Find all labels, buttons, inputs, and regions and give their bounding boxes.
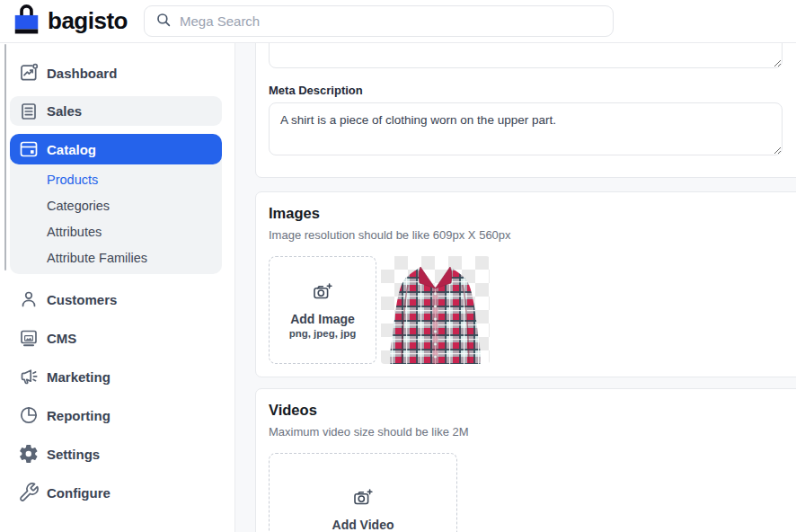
camera-plus-icon [312, 281, 333, 306]
sidebar-item-customers[interactable]: Customers [10, 285, 222, 314]
reporting-icon [18, 404, 40, 426]
sidebar-item-dashboard[interactable]: Dashboard [10, 58, 222, 87]
cms-icon [18, 327, 40, 349]
sidebar-item-label: Marketing [47, 369, 111, 385]
product-image-thumbnail[interactable] [381, 256, 490, 364]
shopping-bag-logo-icon [13, 3, 40, 40]
sidebar-item-label: Reporting [47, 408, 111, 423]
brand-name: bagisto [48, 7, 128, 35]
mega-search[interactable] [144, 5, 614, 37]
submenu-item-label: Attributes [47, 225, 102, 239]
sidebar-item-label: Configure [47, 485, 111, 501]
plaid-shirt-image [381, 256, 490, 364]
sales-icon [18, 101, 40, 122]
search-input[interactable] [180, 13, 602, 29]
sidebar-item-catalog[interactable]: Catalog [10, 134, 222, 164]
add-video-button[interactable]: Add Video mp4, webm, mkv [269, 453, 457, 532]
catalog-icon [18, 138, 40, 160]
sidebar-item-label: Dashboard [47, 66, 117, 81]
images-section-hint: Image resolution should be like 609px X … [269, 228, 796, 242]
sidebar-item-cms[interactable]: CMS [10, 324, 222, 352]
sidebar-item-label: Settings [47, 447, 100, 462]
sidebar-item-label: Catalog [47, 142, 96, 157]
add-image-formats: png, jpeg, jpg [289, 328, 357, 339]
sidebar-item-sales[interactable]: Sales [10, 96, 222, 126]
sidebar-item-attributes[interactable]: Attributes [10, 218, 222, 244]
camera-plus-icon [352, 487, 374, 512]
dashboard-icon [18, 62, 40, 84]
sidebar-item-products[interactable]: Products [10, 166, 222, 192]
submenu-item-label: Categories [47, 199, 110, 213]
videos-card: Videos Maximum video size should be like… [255, 388, 796, 532]
images-section-title: Images [269, 205, 796, 222]
sidebar-scrollbar[interactable] [4, 44, 6, 270]
add-image-button[interactable]: Add Image png, jpeg, jpg [269, 256, 376, 364]
sidebar: Dashboard Sales [0, 43, 235, 532]
catalog-menu-group: Catalog Products Categories Attributes A… [10, 134, 222, 274]
submenu-item-label: Products [47, 173, 98, 187]
sidebar-item-attribute-families[interactable]: Attribute Families [10, 244, 222, 270]
sidebar-item-reporting[interactable]: Reporting [10, 401, 222, 430]
settings-icon [18, 443, 40, 465]
sidebar-item-settings[interactable]: Settings [10, 439, 222, 468]
description-textarea[interactable] [269, 43, 783, 68]
sidebar-item-label: CMS [47, 331, 76, 346]
description-card: Meta Description A shirt is a piece of c… [255, 43, 796, 178]
images-card: Images Image resolution should be like 6… [255, 191, 796, 377]
marketing-icon [18, 366, 40, 387]
sidebar-item-marketing[interactable]: Marketing [10, 362, 222, 391]
add-image-label: Add Image [290, 312, 355, 326]
sidebar-item-categories[interactable]: Categories [10, 192, 222, 218]
submenu-item-label: Attribute Families [47, 251, 147, 265]
videos-section-title: Videos [269, 402, 796, 419]
catalog-submenu: Products Categories Attributes Attribute… [10, 164, 222, 270]
meta-description-label: Meta Description [269, 84, 796, 97]
sidebar-item-label: Customers [47, 292, 117, 307]
configure-icon [18, 482, 40, 503]
customers-icon [18, 288, 40, 310]
sidebar-item-configure[interactable]: Configure [10, 478, 222, 507]
sidebar-item-label: Sales [47, 103, 82, 119]
top-header: bagisto [0, 0, 796, 43]
brand-logo[interactable]: bagisto [0, 3, 137, 40]
meta-description-textarea[interactable]: A shirt is a piece of clothing worn on t… [269, 102, 783, 155]
search-icon [155, 12, 172, 31]
add-video-label: Add Video [332, 518, 394, 532]
videos-section-hint: Maximum video size should be like 2M [269, 425, 796, 439]
main-content: Meta Description A shirt is a piece of c… [235, 43, 796, 532]
